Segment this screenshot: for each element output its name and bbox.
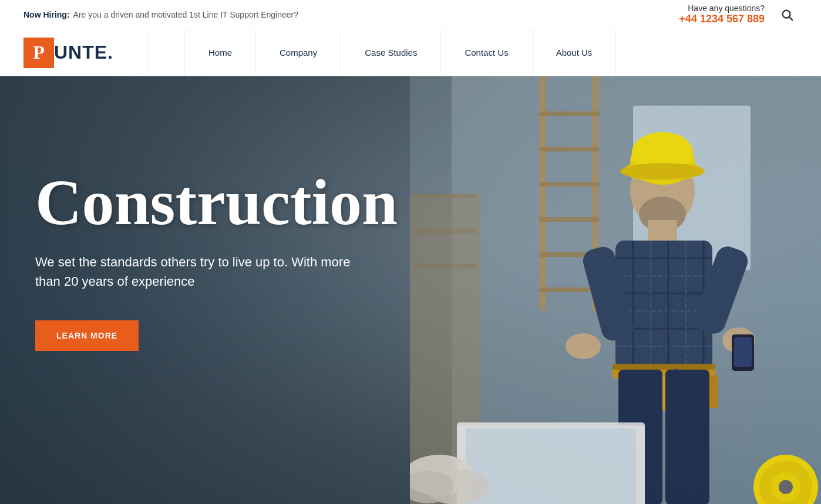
svg-rect-15: [539, 217, 599, 222]
site-header: P UNTE. Home Company Case Studies Contac…: [0, 29, 821, 76]
nav-item-company[interactable]: Company: [256, 29, 341, 76]
svg-point-38: [566, 333, 601, 359]
svg-rect-13: [539, 147, 599, 151]
hiring-text: Are you a driven and motivated 1st Line …: [73, 10, 298, 19]
svg-point-61: [779, 480, 793, 494]
phone-number: +44 1234 567 889: [679, 13, 765, 25]
main-nav: Home Company Case Studies Contact Us Abo…: [184, 29, 616, 76]
logo-wordmark: UNTE.: [54, 42, 113, 63]
hero-content: Construction We set the standards others…: [0, 76, 440, 386]
hiring-announcement: Now Hiring: Are you a driven and motivat…: [23, 10, 298, 19]
search-button[interactable]: [776, 4, 798, 25]
svg-rect-25: [615, 241, 712, 370]
nav-item-about-us[interactable]: About Us: [533, 29, 617, 76]
svg-point-24: [620, 163, 705, 180]
hero-subtitle-line2: than 20 years of experience: [35, 274, 195, 289]
hero-subtitle: We set the standards others try to live …: [35, 252, 358, 291]
svg-line-1: [789, 17, 792, 20]
top-bar: Now Hiring: Are you a driven and motivat…: [0, 0, 821, 29]
logo-box: P: [23, 38, 54, 68]
nav-item-home[interactable]: Home: [184, 29, 256, 76]
logo[interactable]: P UNTE.: [23, 38, 113, 68]
hero-section: Construction We set the standards others…: [0, 76, 821, 504]
have-questions-label: Have any questions?: [679, 4, 765, 13]
svg-rect-51: [665, 370, 709, 504]
questions-wrapper: Have any questions? +44 1234 567 889: [679, 4, 765, 25]
worker-illustration: [410, 76, 821, 504]
nav-item-contact-us[interactable]: Contact Us: [441, 29, 532, 76]
search-icon: [780, 8, 793, 21]
contact-info: Have any questions? +44 1234 567 889: [679, 4, 798, 25]
svg-rect-14: [539, 182, 599, 187]
svg-rect-20: [648, 220, 677, 243]
svg-rect-54: [466, 428, 636, 504]
nav-item-case-studies[interactable]: Case Studies: [341, 29, 441, 76]
learn-more-button[interactable]: LEARN MORE: [35, 320, 139, 351]
svg-rect-42: [734, 337, 752, 367]
logo-letter: P: [33, 42, 45, 63]
hiring-label: Now Hiring:: [23, 10, 70, 19]
hero-subtitle-line1: We set the standards others try to live …: [35, 255, 350, 269]
hero-title: Construction: [35, 170, 405, 235]
svg-rect-44: [613, 364, 715, 370]
header-divider: [149, 35, 149, 70]
svg-rect-12: [539, 111, 599, 116]
